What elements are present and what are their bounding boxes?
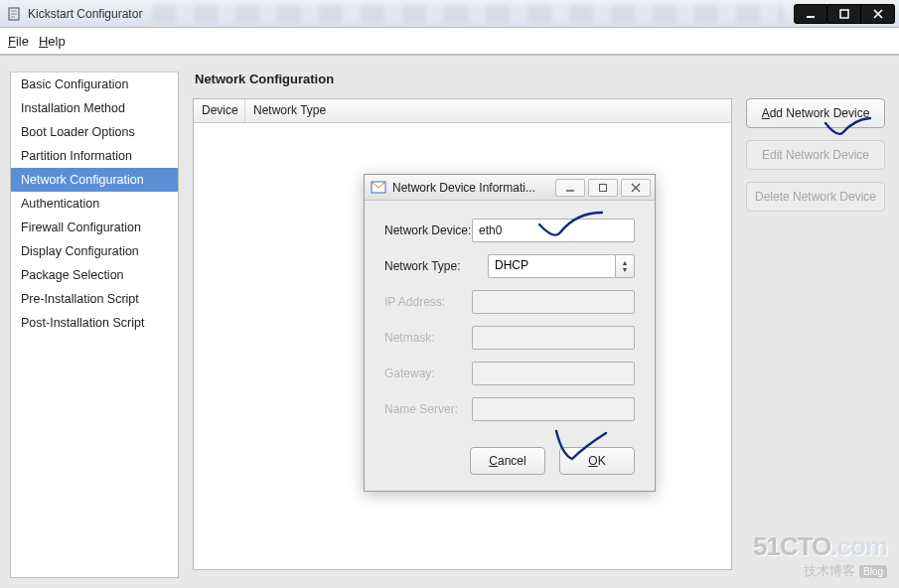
sidebar-item-partition[interactable]: Partition Information xyxy=(11,144,178,168)
label-netmask: Netmask: xyxy=(384,331,472,345)
netmask-input xyxy=(472,326,635,350)
network-device-dialog: Network Device Informati... Network Devi… xyxy=(364,174,656,492)
sidebar: Basic Configuration Installation Method … xyxy=(10,72,179,578)
svg-rect-1 xyxy=(840,10,848,18)
col-network-type[interactable]: Network Type xyxy=(245,99,731,122)
ip-input xyxy=(472,290,635,314)
nameserver-input xyxy=(472,397,635,421)
dialog-icon xyxy=(371,180,386,196)
menubar: File Help xyxy=(0,28,899,56)
sidebar-item-packages[interactable]: Package Selection xyxy=(11,263,178,287)
add-network-device-button[interactable]: Add Network Device xyxy=(746,98,885,128)
window-titlebar: Kickstart Configurator xyxy=(0,0,899,28)
network-type-value: DHCP xyxy=(488,254,615,278)
sidebar-item-postinstall[interactable]: Post-Installation Script xyxy=(11,311,178,335)
label-network-type: Network Type: xyxy=(384,259,488,273)
col-device[interactable]: Device xyxy=(194,99,245,122)
sidebar-item-basic[interactable]: Basic Configuration xyxy=(11,73,178,96)
label-ip: IP Address: xyxy=(384,295,472,309)
dialog-maximize-button[interactable] xyxy=(588,179,618,197)
network-type-select[interactable]: DHCP ▲▼ xyxy=(488,254,635,278)
menu-help[interactable]: Help xyxy=(39,34,66,49)
edit-network-device-button: Edit Network Device xyxy=(746,140,885,170)
label-nameserver: Name Server: xyxy=(384,402,472,416)
cancel-button[interactable]: Cancel xyxy=(470,447,545,475)
sidebar-item-bootloader[interactable]: Boot Loader Options xyxy=(11,120,178,144)
label-gateway: Gateway: xyxy=(384,367,472,380)
dialog-minimize-button[interactable] xyxy=(555,179,585,197)
sidebar-item-display[interactable]: Display Configuration xyxy=(11,239,178,263)
titlebar-blur xyxy=(152,5,784,23)
ok-button[interactable]: OK xyxy=(559,447,635,475)
delete-network-device-button: Delete Network Device xyxy=(746,182,885,212)
window-title: Kickstart Configurator xyxy=(28,7,142,21)
dialog-title: Network Device Informati... xyxy=(392,181,552,195)
sidebar-item-preinstall[interactable]: Pre-Installation Script xyxy=(11,287,178,311)
gateway-input xyxy=(472,362,635,385)
sidebar-item-install[interactable]: Installation Method xyxy=(11,96,178,120)
app-icon xyxy=(6,6,22,22)
dialog-close-button[interactable] xyxy=(621,179,651,197)
chevron-updown-icon[interactable]: ▲▼ xyxy=(615,254,635,278)
page-title: Network Configuration xyxy=(195,72,885,86)
sidebar-item-network[interactable]: Network Configuration xyxy=(11,168,178,192)
window-maximize-button[interactable] xyxy=(827,4,861,24)
window-close-button[interactable] xyxy=(861,4,895,24)
label-network-device: Network Device: xyxy=(384,223,472,237)
menu-file[interactable]: File xyxy=(8,34,29,49)
window-minimize-button[interactable] xyxy=(794,4,827,24)
svg-rect-3 xyxy=(600,184,607,191)
network-device-input[interactable] xyxy=(472,219,635,242)
watermark: 51CTO.com 技术博客Blog xyxy=(753,531,887,580)
sidebar-item-firewall[interactable]: Firewall Configuration xyxy=(11,216,178,239)
sidebar-item-auth[interactable]: Authentication xyxy=(11,192,178,216)
